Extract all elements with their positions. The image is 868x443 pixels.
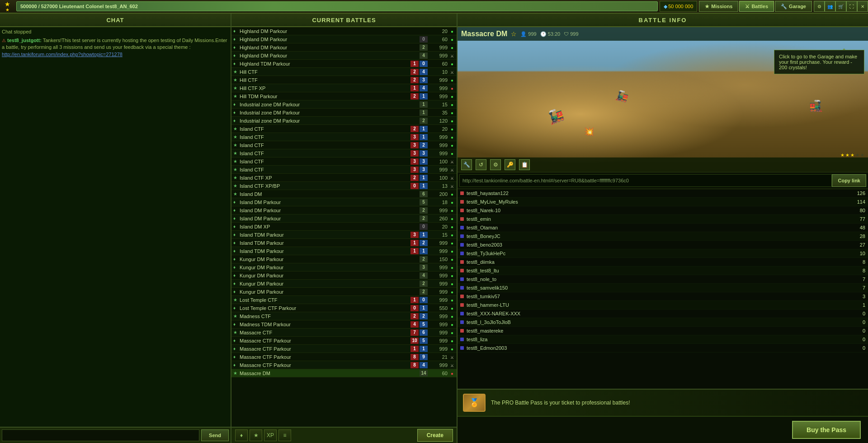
- battle-row[interactable]: ♦ Island TDM Parkour 1 2 999 ●: [231, 239, 457, 247]
- battle-row[interactable]: ★ Massacre CTF 7 6 999 ●: [231, 329, 457, 337]
- copy-link-button[interactable]: Copy link: [832, 174, 866, 187]
- player-row[interactable]: test8_samvelik150 7: [458, 284, 868, 292]
- battle-row[interactable]: ★ Island CTF 3 3 999 ⚔: [231, 166, 457, 174]
- battle-row[interactable]: ♦ Industrial zone DM Parkour 1 15 ●: [231, 100, 457, 109]
- close-icon-btn[interactable]: ✕: [857, 1, 868, 12]
- player-row[interactable]: test8_tumkiv57 3: [458, 292, 868, 301]
- battle-name: Industrial zone DM Parkour: [240, 102, 420, 107]
- battle-row[interactable]: ♦ Massacre CTF Parkour 1 1 999 ●: [231, 345, 457, 353]
- battle-row[interactable]: ♦ Madness TDM Parkour 4 5 999 ●: [231, 320, 457, 329]
- chat-link[interactable]: http://en.tankiforum.com/index.php?showt…: [2, 52, 123, 57]
- player-row[interactable]: test8_Edmon2003 0: [458, 344, 868, 352]
- action-tool-icon[interactable]: 🔧: [461, 159, 472, 170]
- battle-row[interactable]: ♦ Massacre CTF Parkour 10 5 999 ●: [231, 337, 457, 345]
- player-score: 28: [852, 233, 865, 239]
- battle-row[interactable]: ♦ Industrial zone DM Parkour 2 120 ●: [231, 117, 457, 125]
- action-refresh-icon[interactable]: ↺: [476, 159, 486, 170]
- battle-row[interactable]: ★ Island DM 6 200 ●: [231, 190, 457, 198]
- shop-icon-btn[interactable]: 🛒: [835, 1, 846, 12]
- player-row[interactable]: test8_hammer-LTU 1: [458, 301, 868, 310]
- battle-row[interactable]: ♦ Island DM XP 0 20 ●: [231, 223, 457, 231]
- battle-row[interactable]: ♦ Highland TDM Parkour 1 0 60 ●: [231, 60, 457, 68]
- chat-input[interactable]: [2, 429, 199, 441]
- action-clipboard-icon[interactable]: 📋: [519, 159, 530, 170]
- battle-row[interactable]: ♦ Highland DM Parkour 2 999 ●: [231, 43, 457, 52]
- battle-name: Island TDM Parkour: [240, 240, 410, 246]
- player-row[interactable]: test8_XXX-NAREK-XXX 0: [458, 310, 868, 318]
- player-score: 3: [852, 294, 865, 299]
- battle-row[interactable]: ★ Hill CTF 2 3 999 ●: [231, 76, 457, 84]
- battle-row[interactable]: ♦ Kungur DM Parkour 3 999 ●: [231, 263, 457, 272]
- battle-row[interactable]: ★ Island CTF 3 3 999 ●: [231, 149, 457, 157]
- player-row[interactable]: test8_hayastan122 126: [458, 189, 868, 198]
- player-row[interactable]: test8_liza 0: [458, 335, 868, 344]
- battle-row[interactable]: ★ Hill CTF 2 4 10 ⚔: [231, 68, 457, 76]
- battle-row[interactable]: ♦ Lost Temple CTF Parkour 0 1 550 ●: [231, 304, 457, 312]
- battles-button[interactable]: ⚔ Battles: [739, 1, 774, 12]
- battle-row[interactable]: ♦ Kungur DM Parkour 2 150 ●: [231, 255, 457, 263]
- battle-link-input[interactable]: [459, 174, 832, 187]
- battle-row[interactable]: ★ Island CTF XP/BP 0 1 13 ⚔: [231, 182, 457, 190]
- favorite-star-icon[interactable]: ☆: [511, 30, 517, 38]
- player-row[interactable]: test8_emin 77: [458, 215, 868, 224]
- battle-status-indicator: ●: [449, 207, 455, 214]
- battle-row[interactable]: ♦ Kungur DM Parkour 4 999 ●: [231, 272, 457, 280]
- battle-status-indicator: ⚔: [449, 69, 455, 75]
- battle-row[interactable]: ♦ Highland DM Parkour 4 999 ⚔: [231, 52, 457, 60]
- battle-row[interactable]: ♦ Island TDM Parkour 3 1 15 ●: [231, 231, 457, 239]
- battle-row[interactable]: ★ Hill CTF XP 1 4 999 ●: [231, 84, 457, 92]
- battle-name: Island DM XP: [240, 224, 420, 229]
- battle-row[interactable]: ★ Massacre DM 14 60 ●: [231, 369, 457, 377]
- fullscreen-icon-btn[interactable]: ⛶: [846, 1, 857, 12]
- missions-button[interactable]: ★ Missions: [699, 1, 738, 12]
- player-row[interactable]: test8_Otaman 48: [458, 224, 868, 232]
- battle-name: Massacre DM: [240, 371, 420, 376]
- battle-row[interactable]: ♦ Kungur DM Parkour 2 999 ●: [231, 288, 457, 296]
- player-row[interactable]: test8_test8_ltu 8: [458, 267, 868, 275]
- battle-row[interactable]: ★ Island CTF 3 1 999 ●: [231, 133, 457, 141]
- battle-row[interactable]: ♦ Massacre CTF Parkour 8 4 999 ⚔: [231, 361, 457, 369]
- player-row[interactable]: test8_Ty3ukHePc 10: [458, 249, 868, 258]
- battle-row[interactable]: ★ Madness CTF 2 2 999 ●: [231, 312, 457, 320]
- battle-row[interactable]: ★ Lost Temple CTF 1 0 999 ●: [231, 296, 457, 304]
- battle-name: Highland DM Parkour: [240, 29, 420, 34]
- battle-row[interactable]: ♦ Island DM Parkour 5 18 ●: [231, 198, 457, 206]
- send-button[interactable]: Send: [201, 429, 229, 441]
- battle-row[interactable]: ★ Island CTF XP 2 1 100 ⚔: [231, 174, 457, 182]
- filter-ctf-icon[interactable]: ★: [250, 429, 262, 441]
- player-row[interactable]: test8_mastereke 0: [458, 327, 868, 335]
- settings-icon-btn[interactable]: ⚙: [814, 1, 825, 12]
- battle-row[interactable]: ★ Hill TDM Parkour 2 1 999 ●: [231, 92, 457, 100]
- filter-all-icon[interactable]: ≡: [278, 429, 291, 441]
- battle-row[interactable]: ♦ Highland DM Parkour 20 ●: [231, 27, 457, 35]
- create-battle-button[interactable]: Create: [417, 429, 453, 442]
- action-key-icon[interactable]: 🔑: [505, 159, 515, 170]
- friends-icon-btn[interactable]: 👥: [825, 1, 835, 12]
- battle-row[interactable]: ♦ Industrial zone DM Parkour 1 35 ●: [231, 109, 457, 117]
- player-row[interactable]: test8_Narek-10 80: [458, 206, 868, 215]
- battle-row[interactable]: ♦ Island DM Parkour 2 999 ●: [231, 206, 457, 214]
- player-row[interactable]: test8_MyLive_MyRules 114: [458, 198, 868, 206]
- battles-list[interactable]: ♦ Highland DM Parkour 20 ● ♦ Highland DM…: [231, 27, 457, 427]
- battle-row[interactable]: ★ Island CTF 2 1 20 ●: [231, 125, 457, 133]
- battle-row[interactable]: ♦ Island TDM Parkour 1 1 999 ●: [231, 247, 457, 255]
- battle-row[interactable]: ♦ Massacre CTF Parkour 8 9 21 ⚔: [231, 353, 457, 361]
- player-name: test8_liza: [467, 337, 852, 342]
- battle-row[interactable]: ♦ Highland DM Parkour 0 60 ●: [231, 35, 457, 43]
- player-row[interactable]: test8_nole_to 7: [458, 275, 868, 284]
- filter-dm-icon[interactable]: ♦: [235, 429, 248, 441]
- action-settings-icon[interactable]: ⚙: [490, 159, 501, 170]
- filter-xp-icon[interactable]: XP: [264, 429, 277, 441]
- battle-row[interactable]: ★ Island CTF 3 3 100 ⚔: [231, 157, 457, 166]
- player-row[interactable]: test8_diimka 8: [458, 258, 868, 267]
- player-row[interactable]: test8_beno2003 27: [458, 241, 868, 249]
- buy-pass-button[interactable]: Buy the Pass: [792, 421, 861, 439]
- player-row[interactable]: test8_BoneyJC 28: [458, 232, 868, 241]
- battle-type-icon: ♦: [233, 322, 240, 327]
- battle-row[interactable]: ♦ Kungur DM Parkour 2 999 ●: [231, 280, 457, 288]
- player-row[interactable]: test8_l_3oJloToJloB 0: [458, 318, 868, 327]
- battle-row[interactable]: ★ Island CTF 3 2 999 ●: [231, 141, 457, 149]
- battle-row[interactable]: ♦ Island DM Parkour 2 260 ●: [231, 214, 457, 223]
- garage-button[interactable]: 🔧 Garage: [775, 1, 812, 12]
- top-bar: ★ ★ 500000 / 527000 Lieutenant Colonel t…: [0, 0, 868, 14]
